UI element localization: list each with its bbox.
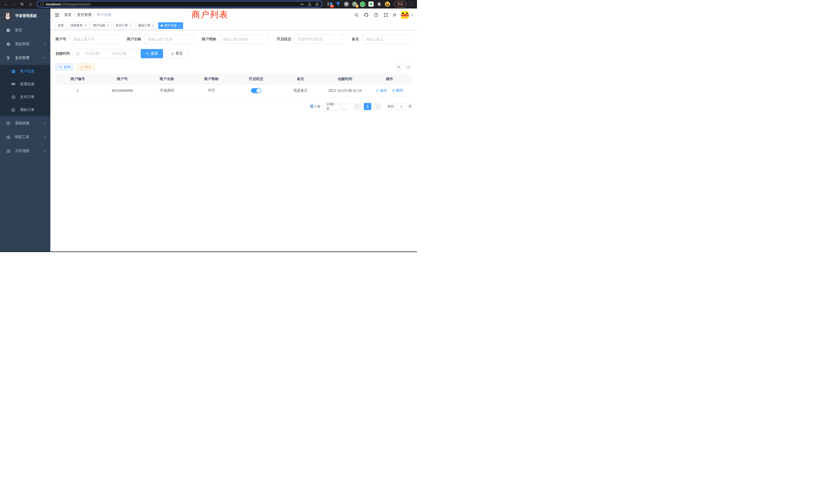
omnibox-actions [300, 2, 319, 6]
date-start-placeholder: 开始日期 [80, 51, 105, 56]
sidebar-item-home[interactable]: 首页 [0, 23, 50, 37]
puzzle-icon[interactable] [376, 2, 382, 7]
back-icon[interactable]: ← [3, 1, 9, 7]
star-icon[interactable] [315, 2, 319, 6]
font-size-icon[interactable]: tT [393, 13, 396, 17]
caret-down-icon[interactable]: ▾ [411, 13, 413, 17]
pencil-icon [376, 89, 379, 92]
prev-page-button[interactable] [354, 103, 361, 110]
export-button[interactable]: 导出 [76, 63, 94, 71]
sidebar-item-infra[interactable]: 基础设施 [0, 116, 50, 130]
tab-process-form[interactable]: 流程表单 [68, 22, 89, 29]
filter-row-2: 创建时间 开始日期 - 结束日期 搜索 重置 [56, 49, 412, 58]
status-label: 开启状态 [277, 37, 291, 42]
sidebar-fold-icon[interactable] [54, 12, 60, 18]
refresh-icon [407, 65, 410, 69]
full-name-input[interactable] [144, 35, 194, 44]
show-search-button[interactable] [395, 63, 402, 71]
goto-label: 前往 [388, 104, 394, 109]
refresh-table-button[interactable] [405, 63, 412, 71]
reset-button[interactable]: 重置 [166, 49, 188, 58]
sidebar-item-label: 应用信息 [20, 82, 35, 87]
home-icon[interactable]: ⌂ [27, 1, 34, 7]
sidebar-logo-row[interactable]: 芋道管理系统 [0, 8, 50, 23]
status-select[interactable]: 请选择开启状态 [294, 35, 344, 44]
tab-merchant-info[interactable]: 商户信息 [158, 22, 183, 29]
status-toggle[interactable] [251, 88, 261, 93]
url-text[interactable]: localhost:1024/pay/merchant [46, 2, 90, 6]
tab-label: 支付订单 [115, 23, 128, 28]
pagination: 共 1 条 10条/页 1 前往 页 [56, 103, 412, 110]
sidebar-item-workflow[interactable]: 工作流程 [0, 144, 50, 158]
logo-rabbit-image [4, 12, 12, 20]
sidebar-item-label: 首页 [15, 28, 22, 32]
col-short-name: 商户简称 [189, 74, 234, 84]
help-icon[interactable] [374, 13, 378, 18]
merchant-no-input[interactable] [69, 35, 118, 44]
document-copy-icon [10, 108, 17, 112]
date-range-picker[interactable]: 开始日期 - 结束日期 [73, 49, 135, 58]
col-created-at: 创建时间 [323, 74, 368, 84]
close-icon[interactable] [84, 24, 87, 27]
forward-icon[interactable]: → [11, 1, 18, 7]
current-page-button[interactable]: 1 [364, 103, 371, 110]
extension-y-icon[interactable]: Y [360, 2, 366, 7]
github-icon[interactable] [364, 13, 369, 18]
info-icon[interactable]: i [40, 2, 44, 6]
sidebar-item-refund-order[interactable]: 退款订单 [0, 104, 50, 116]
sidebar-item-merchant-info[interactable]: 商户信息 [0, 65, 50, 78]
next-page-button[interactable] [374, 103, 381, 110]
remark-input[interactable] [362, 35, 411, 44]
extensions-row: 10 ⌘ 1 Y [327, 2, 390, 7]
add-button[interactable]: 新增 [56, 63, 74, 71]
browser-update-button[interactable]: 更新 [394, 1, 407, 7]
browser-menu-icon[interactable]: ⋮ [409, 2, 414, 6]
sidebar-item-app-info[interactable]: 应用信息 [0, 78, 50, 91]
sidebar-item-pay[interactable]: ¥ 支付管理 [0, 51, 50, 65]
col-full-name: 商户全称 [145, 74, 189, 84]
y-glyph: Y [360, 2, 365, 6]
breadcrumb-pay[interactable]: 支付管理 [77, 13, 91, 17]
tab-home[interactable]: 首页 [55, 22, 66, 29]
tab-label: 首页 [58, 23, 64, 28]
url-bar[interactable]: i localhost:1024/pay/merchant [37, 1, 323, 7]
cell-merchant-id: 1 [56, 84, 100, 97]
emoji-extension-icon[interactable] [385, 2, 390, 7]
sidebar-item-dev-tools[interactable]: 研发工具 [0, 130, 50, 144]
key-icon[interactable] [300, 2, 304, 6]
sidebar-item-label: 商户信息 [20, 69, 35, 74]
avatar[interactable] [401, 11, 409, 19]
fullscreen-icon[interactable] [383, 13, 388, 18]
extension-diamond-icon[interactable]: 10 [327, 2, 332, 7]
breadcrumb-home[interactable]: 首页 [64, 13, 71, 17]
close-icon[interactable] [129, 24, 132, 27]
extension-recorder-icon[interactable]: 1 [352, 2, 357, 7]
short-name-input[interactable] [219, 35, 269, 44]
export-button-label: 导出 [85, 65, 91, 69]
sidebar-item-system[interactable]: 系统管理 [0, 37, 50, 51]
close-icon[interactable] [178, 24, 180, 27]
search-button[interactable]: 搜索 [141, 49, 163, 58]
edit-link[interactable]: 修改 [376, 88, 387, 93]
cell-created-at: 2021-10-23 08:31:14 [323, 84, 368, 97]
reload-icon[interactable]: ↻ [19, 1, 26, 7]
goto-page-input[interactable] [396, 103, 407, 110]
share-icon[interactable] [308, 2, 311, 6]
refresh-icon [171, 52, 174, 55]
red-annotation-text: 商户列表 [192, 9, 228, 21]
tab-user-group[interactable]: 用户分组 [90, 22, 112, 29]
extension-spintop-icon[interactable] [335, 2, 341, 7]
search-icon[interactable] [354, 13, 359, 18]
tab-refund-order[interactable]: 退款订单 [136, 22, 157, 29]
chevron-down-icon [44, 149, 46, 152]
tab-pay-order[interactable]: 支付订单 [113, 22, 134, 29]
sidebar-item-pay-order[interactable]: 支付订单 [0, 91, 50, 104]
close-icon[interactable] [107, 24, 109, 27]
close-icon[interactable] [152, 24, 154, 27]
edit-link-label: 修改 [380, 88, 387, 93]
page: ← → ↻ ⌂ i localhost:1024/pay/merchant 10… [0, 0, 417, 252]
extension-chat-icon[interactable] [368, 2, 374, 7]
delete-link[interactable]: 删除 [392, 88, 403, 93]
page-size-select[interactable]: 10条/页 [323, 103, 348, 110]
extension-command-icon[interactable]: ⌘ [344, 2, 349, 7]
